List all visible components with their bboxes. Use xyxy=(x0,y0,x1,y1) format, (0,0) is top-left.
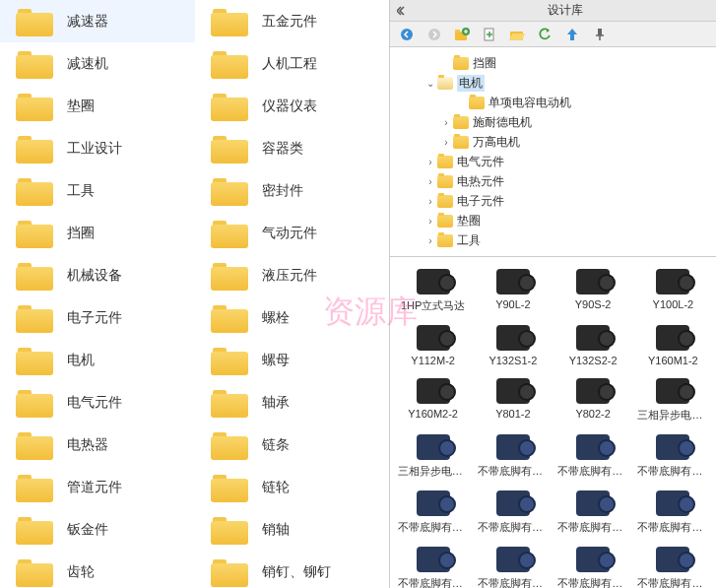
thumbnail-item[interactable]: 不带底脚有凸缘电机... xyxy=(634,543,712,588)
nav-forward-button[interactable] xyxy=(425,26,443,43)
tree-node-label: 挡圈 xyxy=(473,55,496,72)
motor-thumbnail-icon xyxy=(576,434,610,460)
folder-icon xyxy=(211,49,248,79)
folder-item[interactable]: 链条 xyxy=(195,424,390,466)
up-arrow-button[interactable] xyxy=(563,26,581,43)
folder-item[interactable]: 减速器 xyxy=(0,0,195,42)
motor-thumbnail-icon xyxy=(656,434,689,460)
new-folder-button[interactable] xyxy=(453,26,471,43)
folder-item[interactable]: 电气元件 xyxy=(0,381,195,424)
folder-item[interactable]: 电热器 xyxy=(0,424,195,466)
tree-folder-icon xyxy=(437,156,453,168)
pin-button[interactable] xyxy=(591,26,609,43)
thumbnail-item[interactable]: 不带底脚有凸缘电机... xyxy=(634,430,712,483)
folder-item[interactable]: 销轴 xyxy=(195,508,390,551)
folder-item[interactable]: 机械设备 xyxy=(0,254,195,296)
folder-icon xyxy=(16,346,53,375)
folder-label: 容器类 xyxy=(262,140,303,158)
tree-node[interactable]: ›垫圈 xyxy=(390,211,716,230)
folder-item[interactable]: 轴承 xyxy=(195,381,390,424)
folder-item[interactable]: 电机 xyxy=(0,339,195,381)
thumbnail-grid: 1HP立式马达Y90L-2Y90S-2Y100L-2Y112M-2Y132S1-… xyxy=(394,265,712,588)
folder-label: 减速机 xyxy=(67,55,108,73)
folder-tree: 挡圈⌄电机单项电容电动机›施耐德电机›万高电机›电气元件›电热元件›电子元件›垫… xyxy=(390,47,716,257)
tree-node[interactable]: ›施耐德电机 xyxy=(390,112,716,132)
tree-twisty-icon[interactable]: › xyxy=(423,176,437,187)
folder-item[interactable]: 钣金件 xyxy=(0,508,195,551)
tree-twisty-icon[interactable]: › xyxy=(423,235,437,246)
tree-node[interactable]: ⌄电机 xyxy=(390,73,716,93)
tree-node[interactable]: ›电气元件 xyxy=(390,152,716,171)
folder-item[interactable]: 五金元件 xyxy=(195,0,390,42)
thumbnail-item[interactable]: Y160M2-2 xyxy=(394,374,472,426)
folder-item[interactable]: 液压元件 xyxy=(195,254,390,296)
folder-icon xyxy=(16,176,53,206)
add-file-button[interactable] xyxy=(481,26,498,43)
folder-item[interactable]: 人机工程 xyxy=(195,42,390,85)
tree-twisty-icon[interactable]: ⌄ xyxy=(423,78,437,89)
thumbnail-item[interactable]: Y160M1-2 xyxy=(634,321,712,370)
thumbnail-item[interactable]: 不带底脚有凸缘电机... xyxy=(474,487,552,539)
thumbnail-item[interactable]: 不带底脚有凸缘电机... xyxy=(554,543,632,588)
tree-twisty-icon[interactable]: › xyxy=(423,157,437,167)
thumbnail-item[interactable]: 不带底脚有凸缘电机... xyxy=(554,430,632,483)
motor-thumbnail-icon xyxy=(656,325,689,351)
folder-item[interactable]: 螺母 xyxy=(195,339,390,381)
tree-twisty-icon[interactable]: › xyxy=(423,216,437,227)
thumbnail-item[interactable]: Y90S-2 xyxy=(554,265,632,317)
folder-item[interactable]: 仪器仪表 xyxy=(195,85,390,127)
thumbnail-item[interactable]: 不带底脚有凸缘电机... xyxy=(474,430,552,483)
folder-item[interactable]: 螺栓 xyxy=(195,296,390,339)
folder-item[interactable]: 气动元件 xyxy=(195,212,390,254)
folder-item[interactable]: 工业设计 xyxy=(0,127,195,169)
thumbnail-item[interactable]: Y801-2 xyxy=(474,374,552,426)
thumbnail-item[interactable]: 三相异步电动机Y2-1... xyxy=(394,430,472,483)
folder-item[interactable]: 链轮 xyxy=(195,466,390,508)
motor-thumbnail-icon xyxy=(417,378,450,404)
thumbnail-item[interactable]: 1HP立式马达 xyxy=(394,265,472,317)
panel-collapse-button[interactable] xyxy=(390,6,414,16)
thumbnail-item[interactable]: 不带底脚有凸缘电机... xyxy=(394,543,472,588)
folder-item[interactable]: 销钉、铆钉 xyxy=(195,551,390,588)
tree-node[interactable]: ›电热元件 xyxy=(390,171,716,191)
tree-node[interactable]: ›电子元件 xyxy=(390,191,716,211)
file-explorer-left: 减速器减速机垫圈工业设计工具挡圈机械设备电子元件电机电气元件电热器管道元件钣金件… xyxy=(0,0,389,588)
thumbnail-item[interactable]: Y112M-2 xyxy=(394,321,472,370)
thumbnail-label: Y132S1-2 xyxy=(478,355,549,366)
folder-item[interactable]: 密封件 xyxy=(195,169,390,212)
tree-node[interactable]: ›万高电机 xyxy=(390,132,716,152)
tree-node-label: 电气元件 xyxy=(457,154,504,170)
folder-item[interactable]: 减速机 xyxy=(0,42,195,85)
folder-item[interactable]: 挡圈 xyxy=(0,212,195,254)
thumbnail-item[interactable]: 不带底脚有凸缘电机... xyxy=(474,543,552,588)
thumbnail-item[interactable]: Y90L-2 xyxy=(474,265,552,317)
thumbnail-label: 1HP立式马达 xyxy=(398,298,469,313)
tree-node[interactable]: 单项电容电动机 xyxy=(390,93,716,112)
folder-label: 齿轮 xyxy=(67,563,95,581)
thumbnail-item[interactable]: Y132S2-2 xyxy=(554,321,632,370)
refresh-button[interactable] xyxy=(536,26,553,43)
thumbnail-item[interactable]: 三相异步电动机Y2-1... xyxy=(634,374,712,426)
folder-item[interactable]: 容器类 xyxy=(195,127,390,169)
thumbnail-item[interactable]: 不带底脚有凸缘电机... xyxy=(554,487,632,539)
folder-item[interactable]: 垫圈 xyxy=(0,85,195,127)
nav-back-button[interactable] xyxy=(398,26,416,43)
folder-item[interactable]: 电子元件 xyxy=(0,296,195,339)
thumbnail-item[interactable]: 不带底脚有凸缘电机... xyxy=(394,487,472,539)
thumbnail-item[interactable]: Y802-2 xyxy=(554,374,632,426)
thumbnail-item[interactable]: Y100L-2 xyxy=(634,265,712,317)
folder-icon xyxy=(211,134,248,163)
folder-item[interactable]: 齿轮 xyxy=(0,551,195,588)
thumbnail-item[interactable]: 不带底脚有凸缘电机... xyxy=(634,487,712,539)
tree-node[interactable]: ›工具 xyxy=(390,230,716,250)
folder-icon xyxy=(16,388,53,418)
thumbnail-label: 三相异步电动机Y2-1... xyxy=(398,464,469,479)
tree-twisty-icon[interactable]: › xyxy=(423,196,437,207)
folder-item[interactable]: 工具 xyxy=(0,169,195,212)
tree-node[interactable]: 挡圈 xyxy=(390,53,716,73)
tree-twisty-icon[interactable]: › xyxy=(439,117,453,128)
folder-item[interactable]: 管道元件 xyxy=(0,466,195,508)
tree-twisty-icon[interactable]: › xyxy=(439,137,453,148)
thumbnail-item[interactable]: Y132S1-2 xyxy=(474,321,552,370)
open-folder-button[interactable] xyxy=(508,26,526,43)
